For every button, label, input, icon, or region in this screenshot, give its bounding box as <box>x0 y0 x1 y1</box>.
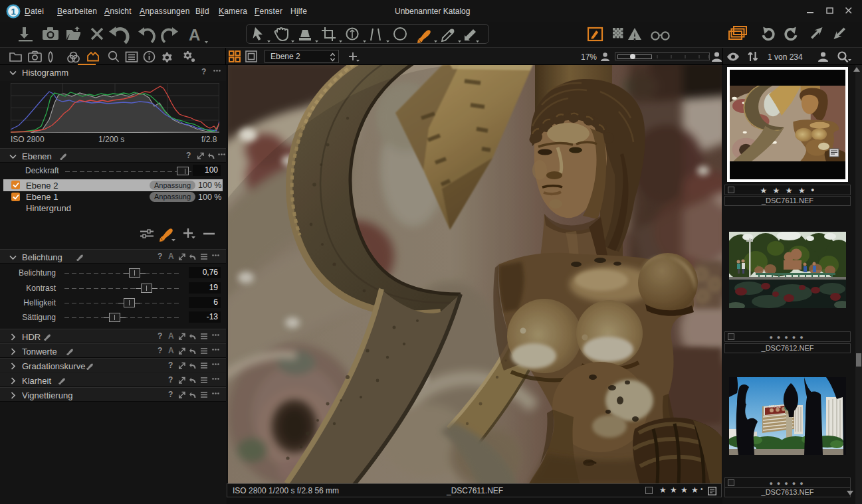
svg-text:1: 1 <box>11 7 15 17</box>
svg-text:A: A <box>189 26 200 44</box>
svg-text:MIRAGE: MIRAGE <box>769 405 781 408</box>
